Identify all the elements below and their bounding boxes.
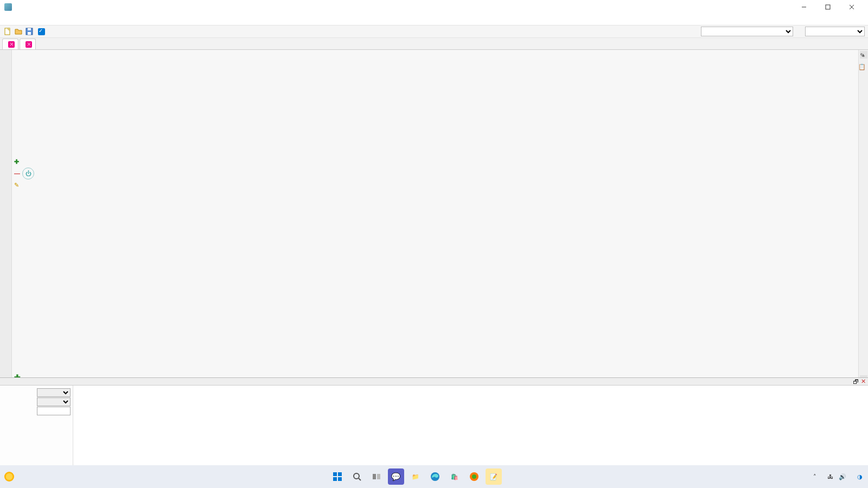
firefox-icon[interactable] bbox=[466, 468, 482, 485]
taskbar-weather[interactable] bbox=[0, 472, 17, 481]
svg-point-16 bbox=[354, 473, 359, 479]
analysis-close-icon[interactable]: ✕ bbox=[861, 378, 866, 385]
toolbar bbox=[0, 25, 868, 38]
taskview-icon[interactable] bbox=[368, 468, 385, 485]
pencil-icon[interactable]: ✎ bbox=[860, 52, 865, 59]
svg-line-17 bbox=[359, 478, 361, 480]
svg-rect-4 bbox=[5, 28, 10, 35]
close-icon[interactable] bbox=[8, 41, 15, 48]
svg-point-22 bbox=[472, 474, 476, 479]
svg-rect-13 bbox=[338, 472, 342, 476]
app-icon bbox=[4, 3, 12, 11]
remove-block-icon[interactable]: — bbox=[14, 170, 20, 177]
notifications-icon[interactable]: ◑ bbox=[857, 473, 863, 480]
edit-icon[interactable]: ✎ bbox=[14, 182, 19, 189]
svg-rect-19 bbox=[377, 474, 380, 479]
new-file-icon[interactable] bbox=[3, 27, 12, 36]
start-from-select[interactable] bbox=[37, 388, 71, 397]
tab-centerfront[interactable] bbox=[20, 38, 36, 49]
channel-config-select[interactable] bbox=[805, 27, 865, 36]
tray-chevron-icon[interactable]: ˄ bbox=[813, 473, 816, 480]
svg-rect-15 bbox=[338, 477, 342, 481]
file-tabs bbox=[0, 38, 868, 50]
menubar bbox=[0, 14, 868, 25]
taskbar: 💬 📁 🛍️ 📝 ˄ 🖧 🔊 ◑ bbox=[0, 465, 868, 488]
svg-rect-6 bbox=[28, 32, 31, 35]
volume-icon[interactable]: 🔊 bbox=[839, 473, 846, 480]
svg-rect-1 bbox=[826, 5, 830, 9]
device-select[interactable] bbox=[701, 27, 793, 36]
start-icon[interactable] bbox=[329, 468, 346, 485]
titlebar bbox=[0, 0, 868, 14]
open-file-icon[interactable] bbox=[14, 27, 23, 36]
resolution-input[interactable] bbox=[37, 407, 71, 415]
maximize-button[interactable] bbox=[816, 0, 840, 14]
add-block-icon[interactable]: ✚ bbox=[14, 158, 19, 165]
close-button[interactable] bbox=[840, 0, 864, 14]
instant-mode-checkbox[interactable] bbox=[38, 28, 45, 35]
teams-icon[interactable]: 💬 bbox=[388, 468, 404, 485]
analysis-panel: 🗗 ✕ bbox=[0, 377, 868, 470]
minimize-button[interactable] bbox=[792, 0, 816, 14]
clipboard-icon[interactable]: 📋 bbox=[858, 63, 866, 70]
svg-rect-18 bbox=[373, 474, 376, 479]
power-icon[interactable]: ⏻ bbox=[22, 168, 34, 179]
analysis-channel-select[interactable] bbox=[37, 397, 71, 406]
edge-icon[interactable] bbox=[427, 468, 443, 485]
svg-rect-12 bbox=[333, 472, 337, 476]
analysis-restore-icon[interactable]: 🗗 bbox=[853, 378, 859, 385]
vertical-scrollbar[interactable]: ▲ ▼ bbox=[858, 50, 868, 385]
notepad-icon[interactable]: 📝 bbox=[486, 468, 502, 485]
sun-icon bbox=[4, 472, 14, 481]
close-icon[interactable] bbox=[25, 41, 32, 48]
store-icon[interactable]: 🛍️ bbox=[446, 468, 463, 485]
editor-area: ✚ — ⏻ ✎ ▲ ▼ ✎ 📋 bbox=[0, 50, 868, 385]
rows-container bbox=[85, 50, 858, 385]
explorer-icon[interactable]: 📁 bbox=[407, 468, 424, 485]
tab-config[interactable] bbox=[2, 38, 18, 49]
gutter bbox=[0, 50, 12, 385]
block-side-column: ✚ — ⏻ ✎ bbox=[12, 50, 85, 385]
network-icon[interactable]: 🖧 bbox=[827, 473, 833, 480]
svg-rect-7 bbox=[28, 28, 31, 30]
save-file-icon[interactable] bbox=[25, 27, 34, 36]
search-icon[interactable] bbox=[349, 468, 365, 485]
svg-rect-14 bbox=[333, 477, 337, 481]
